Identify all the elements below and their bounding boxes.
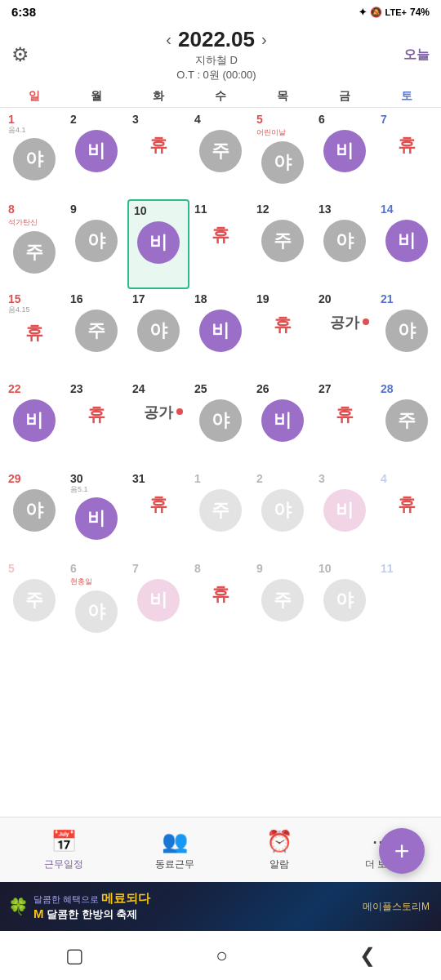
today-button[interactable]: 오늘	[403, 47, 430, 64]
add-fab-button[interactable]: +	[379, 828, 425, 874]
cal-cell[interactable]: 24공가	[127, 379, 189, 469]
date-number: 1	[8, 113, 15, 127]
cal-cell[interactable]: 11휴	[189, 199, 252, 289]
cal-cell[interactable]: 5어린이날야	[252, 109, 314, 199]
cal-cell[interactable]: 15음4.15휴	[3, 289, 65, 379]
holiday-tag: 현충일	[70, 577, 92, 587]
cal-cell[interactable]: 23휴	[65, 379, 127, 469]
cal-cell[interactable]: 8휴	[189, 559, 252, 648]
cal-cell[interactable]: 22비	[3, 379, 65, 469]
cal-cell[interactable]: 16주	[65, 289, 127, 379]
cal-cell[interactable]: 26비	[252, 379, 314, 469]
cal-cell[interactable]: 6현충일야	[65, 559, 127, 648]
cal-cell[interactable]: 1주	[189, 469, 252, 559]
battery-text: 74%	[410, 7, 430, 18]
cal-cell[interactable]: 3비	[314, 469, 376, 559]
day-header-일: 일	[3, 86, 65, 107]
cal-cell[interactable]: 4휴	[376, 469, 438, 559]
cal-cell[interactable]: 9야	[65, 199, 127, 289]
status-bar: 6:38 ✦ 🔕 LTE+ 74%	[0, 0, 441, 22]
schedule-subtitle: 지하철 D	[29, 53, 403, 68]
month-year-title: 2022.05	[178, 27, 255, 52]
date-number: 6	[318, 113, 325, 127]
nav-label-0: 근무일정	[44, 858, 83, 871]
cal-cell[interactable]: 13야	[314, 199, 376, 289]
app-header: ⚙ ‹ 2022.05 › 지하철 D O.T : 0원 (00:00) 오늘	[0, 22, 441, 84]
shift-badge: 공가	[330, 313, 359, 332]
lunar-date: 음5.1	[70, 486, 88, 494]
cal-cell[interactable]: 9주	[252, 559, 314, 648]
date-number: 30	[70, 472, 83, 486]
cal-cell[interactable]: 4주	[189, 109, 252, 199]
back-button[interactable]: ❮	[359, 944, 376, 967]
date-number: 7	[132, 562, 139, 576]
cal-cell[interactable]: 11	[376, 559, 438, 648]
cal-cell[interactable]: 2야	[252, 469, 314, 559]
cal-cell[interactable]: 31휴	[127, 469, 189, 559]
settings-button[interactable]: ⚙	[11, 43, 29, 66]
cal-cell[interactable]: 14비	[376, 199, 438, 289]
nav-label-1: 동료근무	[155, 858, 194, 871]
cal-cell[interactable]: 1음4.1야	[3, 109, 65, 199]
cal-cell[interactable]: 7비	[127, 559, 189, 648]
ot-text: O.T : 0원 (00:00)	[29, 68, 403, 82]
date-number: 15	[8, 292, 21, 306]
header-center: ‹ 2022.05 › 지하철 D O.T : 0원 (00:00)	[29, 27, 403, 82]
cal-cell[interactable]: 8석가탄신주	[3, 199, 65, 289]
shift-badge: 주	[13, 579, 56, 621]
recent-apps-button[interactable]: ▢	[65, 944, 84, 967]
cal-cell[interactable]: 17야	[127, 289, 189, 379]
cal-cell[interactable]: 10야	[314, 559, 376, 648]
date-number: 10	[318, 562, 332, 576]
status-icons: ✦ 🔕 LTE+ 74%	[359, 7, 430, 18]
shift-badge: 비	[323, 489, 366, 532]
date-number: 24	[132, 382, 145, 396]
shift-badge: 주	[13, 231, 56, 274]
cal-cell[interactable]: 21야	[376, 289, 438, 379]
cal-cell[interactable]: 2비	[65, 109, 127, 199]
cal-cell[interactable]: 19휴	[252, 289, 314, 379]
nav-item-0[interactable]: 📅근무일정	[44, 829, 83, 871]
shift-badge: 공가	[144, 403, 173, 422]
cal-cell[interactable]: 6비	[314, 109, 376, 199]
home-button[interactable]: ○	[216, 944, 228, 967]
date-number: 2	[70, 113, 77, 127]
nav-item-2[interactable]: ⏰알람	[266, 829, 292, 871]
cal-cell[interactable]: 30음5.1비	[65, 469, 127, 559]
cal-cell[interactable]: 27휴	[314, 379, 376, 469]
nav-icon-2: ⏰	[266, 829, 292, 854]
shift-badge: 비	[199, 310, 242, 352]
shift-badge: 휴	[398, 133, 416, 158]
cal-cell[interactable]: 7휴	[376, 109, 438, 199]
calendar-grid[interactable]: 1음4.1야2비3휴4주5어린이날야6비7휴8석가탄신주9야10비11휴12주1…	[0, 109, 441, 648]
date-number: 11	[381, 562, 394, 576]
cal-cell[interactable]: 20공가	[314, 289, 376, 379]
shift-badge: 비	[137, 221, 180, 264]
shift-badge: 비	[323, 130, 366, 172]
date-number: 14	[381, 203, 394, 216]
event-dot	[363, 318, 369, 325]
cal-cell[interactable]: 10비	[127, 199, 189, 289]
prev-month-button[interactable]: ‹	[166, 30, 172, 49]
shift-badge: 휴	[398, 492, 416, 517]
ad-text2: 달콤한 한방의 축제	[47, 908, 137, 920]
cal-cell[interactable]: 28주	[376, 379, 438, 469]
bottom-nav: 📅근무일정👥동료근무⏰알람···더 보기	[0, 817, 441, 882]
shift-badge: 주	[385, 399, 428, 442]
date-number: 3	[318, 472, 325, 486]
shift-badge: 야	[199, 399, 242, 442]
cal-cell[interactable]: 29야	[3, 469, 65, 559]
bluetooth-icon: ✦	[359, 7, 367, 18]
cal-cell[interactable]: 18비	[189, 289, 252, 379]
cal-cell[interactable]: 25야	[189, 379, 252, 469]
cal-cell[interactable]: 12주	[252, 199, 314, 289]
nav-item-1[interactable]: 👥동료근무	[155, 829, 194, 871]
ad-brand-name: 메이플스토리M	[363, 900, 430, 914]
date-number: 9	[70, 203, 77, 216]
cal-cell[interactable]: 3휴	[127, 109, 189, 199]
next-month-button[interactable]: ›	[261, 30, 267, 49]
day-headers: 일월화수목금토	[0, 84, 441, 107]
cal-cell[interactable]: 5주	[3, 559, 65, 648]
date-number: 31	[132, 472, 145, 486]
date-number: 11	[194, 203, 207, 216]
